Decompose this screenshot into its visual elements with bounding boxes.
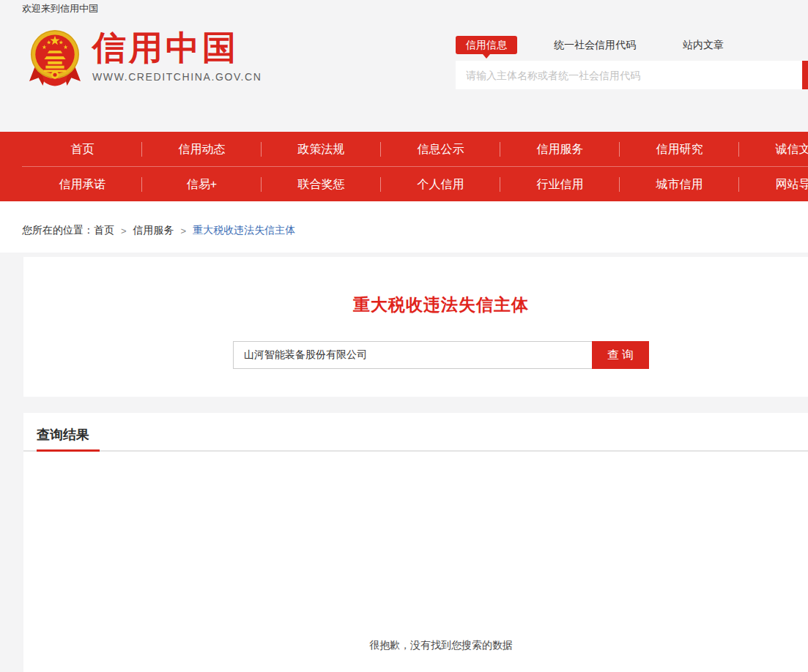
welcome-text: 欢迎来到信用中国 xyxy=(22,2,98,15)
nav-item[interactable]: 信用动态 xyxy=(142,132,262,166)
page: 欢迎来到信用中国 xyxy=(0,0,808,672)
breadcrumb-link[interactable]: 首页 xyxy=(94,224,114,237)
nav-item[interactable]: 网站导航 xyxy=(739,167,808,201)
search-tab[interactable]: 站内文章 xyxy=(683,39,724,52)
nav-item[interactable]: 信用研究 xyxy=(620,132,739,166)
nav-item[interactable]: 诚信文化 xyxy=(739,132,808,166)
nav-item[interactable]: 信易+ xyxy=(142,167,262,201)
site-url: WWW.CREDITCHINA.GOV.CN xyxy=(92,71,262,83)
header: 欢迎来到信用中国 xyxy=(0,0,808,132)
nav-item[interactable]: 城市信用 xyxy=(620,167,739,201)
header-search-tabs: 信用信息统一社会信用代码站内文章 xyxy=(456,36,808,54)
nav-row-2: 信用承诺信易+联合奖惩个人信用行业信用城市信用网站导航 xyxy=(0,167,808,201)
breadcrumb-link[interactable]: 信用服务 xyxy=(133,224,174,237)
query-row: 查 询 xyxy=(233,341,649,369)
breadcrumb-separator: > xyxy=(181,225,187,236)
main-nav: 首页信用动态政策法规信息公示信用服务信用研究诚信文化 信用承诺信易+联合奖惩个人… xyxy=(0,132,808,201)
header-search-button[interactable] xyxy=(802,61,808,89)
nav-item[interactable]: 个人信用 xyxy=(381,167,500,201)
header-search-row xyxy=(456,61,808,89)
results-head: 查询结果 xyxy=(23,413,808,452)
nav-item[interactable]: 首页 xyxy=(23,132,142,166)
site-logo[interactable]: 信用中国 WWW.CREDITCHINA.GOV.CN xyxy=(29,28,262,88)
national-emblem-icon xyxy=(29,28,81,88)
query-button[interactable]: 查 询 xyxy=(592,341,649,369)
brand-block: 信用中国 WWW.CREDITCHINA.GOV.CN xyxy=(92,28,262,83)
search-tab-active[interactable]: 信用信息 xyxy=(456,36,517,54)
nav-item[interactable]: 信用服务 xyxy=(500,132,620,166)
page-title: 重大税收违法失信主体 xyxy=(23,257,808,316)
breadcrumb-link[interactable]: 重大税收违法失信主体 xyxy=(193,224,295,237)
nav-item[interactable]: 联合奖惩 xyxy=(262,167,381,201)
breadcrumb-separator: > xyxy=(121,225,127,236)
nav-item[interactable]: 信用承诺 xyxy=(23,167,142,201)
breadcrumb: 您所在的位置： 首页>信用服务>重大税收违法失信主体 xyxy=(0,201,808,253)
results-heading: 查询结果 xyxy=(37,426,100,452)
header-search-input[interactable] xyxy=(456,61,802,89)
nav-item[interactable]: 行业信用 xyxy=(500,167,620,201)
nav-item[interactable]: 政策法规 xyxy=(262,132,381,166)
nav-row-1: 首页信用动态政策法规信息公示信用服务信用研究诚信文化 xyxy=(0,132,808,166)
nav-item[interactable]: 信息公示 xyxy=(381,132,500,166)
breadcrumb-items: 首页>信用服务>重大税收违法失信主体 xyxy=(94,224,295,237)
header-search-widget: 信用信息统一社会信用代码站内文章 xyxy=(456,36,808,89)
results-section: 查询结果 很抱歉，没有找到您搜索的数据 xyxy=(23,413,808,672)
site-name: 信用中国 xyxy=(92,31,262,64)
search-tab[interactable]: 统一社会信用代码 xyxy=(554,39,636,52)
empty-result-message: 很抱歉，没有找到您搜索的数据 xyxy=(23,639,808,652)
company-search-input[interactable] xyxy=(233,341,592,369)
breadcrumb-prefix: 您所在的位置： xyxy=(22,224,94,237)
search-section: 重大税收违法失信主体 查 询 xyxy=(23,257,808,397)
